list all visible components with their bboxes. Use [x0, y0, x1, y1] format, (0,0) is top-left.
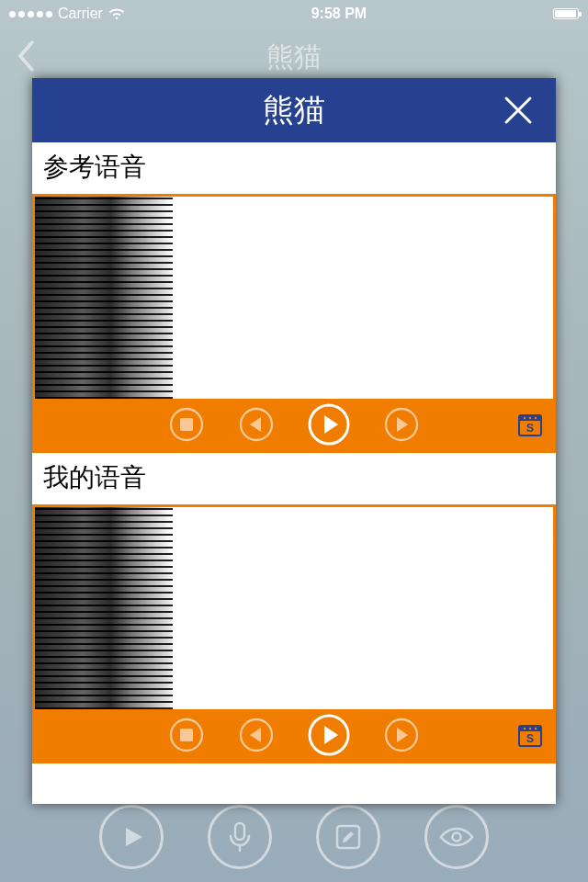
eye-button-bottom[interactable]	[424, 805, 489, 869]
stop-button[interactable]	[167, 405, 206, 444]
bottom-toolbar	[0, 805, 588, 869]
svg-rect-15	[180, 729, 193, 741]
prev-button[interactable]	[237, 405, 276, 444]
play-button[interactable]	[307, 713, 351, 757]
reference-controls: S	[35, 399, 553, 450]
edit-button-bottom[interactable]	[316, 805, 380, 869]
svg-text:S: S	[526, 732, 534, 745]
modal-header: 熊猫	[32, 78, 556, 142]
svg-point-10	[524, 417, 526, 420]
my-audio-label: 我的语音	[43, 460, 545, 495]
schedule-icon[interactable]: S	[516, 411, 544, 438]
battery-icon	[553, 8, 579, 19]
carrier-label: Carrier	[58, 6, 103, 22]
modal-title: 熊猫	[263, 89, 325, 131]
play-button[interactable]	[307, 402, 351, 447]
wifi-icon	[108, 7, 125, 20]
reference-label: 参考语音	[43, 150, 545, 185]
svg-point-22	[529, 728, 532, 730]
stop-button[interactable]	[167, 716, 206, 754]
status-bar: Carrier 9:58 PM	[0, 0, 588, 28]
schedule-icon[interactable]: S	[516, 721, 544, 749]
close-button[interactable]	[492, 78, 543, 142]
audio-compare-modal: 熊猫 参考语音	[32, 78, 556, 804]
reference-spectrogram[interactable]	[35, 197, 553, 399]
svg-point-11	[529, 417, 532, 420]
svg-text:S: S	[526, 422, 534, 435]
status-time: 9:58 PM	[311, 6, 367, 22]
my-controls: S	[35, 709, 553, 761]
next-button[interactable]	[382, 716, 421, 754]
signal-dots	[9, 11, 52, 17]
my-spectrogram[interactable]	[35, 507, 553, 709]
svg-rect-0	[235, 823, 244, 840]
status-right	[553, 8, 579, 19]
svg-point-2	[453, 833, 461, 842]
svg-point-21	[524, 728, 526, 730]
svg-point-23	[535, 728, 537, 730]
svg-point-12	[535, 417, 537, 420]
svg-rect-4	[180, 418, 193, 431]
next-button[interactable]	[382, 405, 421, 444]
prev-button[interactable]	[237, 716, 276, 754]
status-left: Carrier	[9, 6, 125, 22]
reference-audio-panel: 参考语音 S	[32, 142, 556, 453]
my-audio-panel: 我的语音 S	[32, 453, 556, 763]
play-button-bottom[interactable]	[99, 805, 164, 869]
mic-button-bottom[interactable]	[208, 805, 272, 869]
